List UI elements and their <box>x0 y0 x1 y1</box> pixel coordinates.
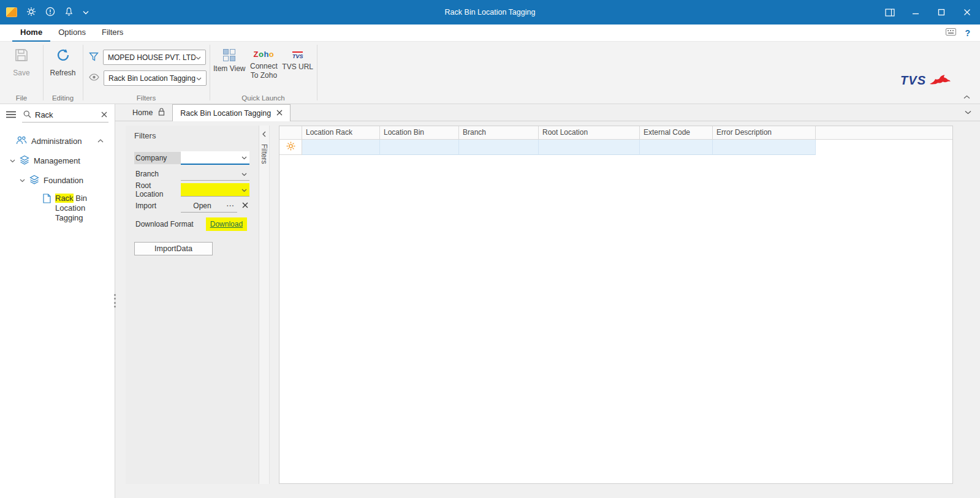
content-area: Home Rack Bin Location Tagging <box>115 104 980 498</box>
refresh-label: Refresh <box>50 69 75 77</box>
collapse-chevron-up-icon[interactable] <box>97 136 104 145</box>
column-header-branch[interactable]: Branch <box>459 126 539 139</box>
new-row-cell[interactable] <box>380 140 459 155</box>
tab-home[interactable]: Home <box>12 25 50 42</box>
download-format-row: Download Format Download <box>134 215 250 233</box>
company-filter-field-row: Company <box>134 150 250 166</box>
import-data-button[interactable]: ImportData <box>134 242 213 255</box>
refresh-button[interactable]: Refresh <box>43 48 83 77</box>
workspace: Filters Company Branch <box>115 121 980 498</box>
root-location-field-dropdown[interactable] <box>181 183 249 197</box>
expand-chevron-down-icon[interactable] <box>10 156 15 165</box>
new-row-cell[interactable] <box>713 140 816 155</box>
new-row-cell[interactable] <box>640 140 713 155</box>
tree-item-foundation[interactable]: Foundation <box>0 174 115 186</box>
import-open-button[interactable]: Open ⋯ <box>181 199 237 213</box>
item-view-grid-icon <box>223 49 235 61</box>
grid-header-row: Location Rack Location Bin Branch Root L… <box>279 126 952 140</box>
chevron-down-icon <box>196 53 201 62</box>
view-filter-dropdown[interactable]: Rack Bin Location Tagging <box>104 70 207 86</box>
tree-label-foundation: Foundation <box>44 176 83 185</box>
navigation-sidebar: Administration Management <box>0 104 115 498</box>
group-label-editing: Editing <box>43 94 83 102</box>
window-controls <box>877 0 980 25</box>
document-icon <box>43 194 51 205</box>
save-button[interactable]: Save <box>0 48 43 77</box>
notifications-bell-icon[interactable] <box>64 7 74 18</box>
company-filter-dropdown[interactable]: MOPED HOUSE PVT. LTD. <box>103 50 206 65</box>
ribbon-group-editing: Refresh Editing <box>43 42 83 104</box>
expand-chevron-down-icon[interactable] <box>20 176 25 184</box>
import-field-row: Import Open ⋯ <box>134 198 250 214</box>
pinned-lock-icon <box>158 108 165 118</box>
tree-item-administration[interactable]: Administration <box>0 135 115 147</box>
column-header-location-rack[interactable]: Location Rack <box>302 126 380 139</box>
tab-close-icon[interactable] <box>276 110 283 117</box>
tvs-url-button[interactable]: TVS TVS URL <box>282 48 313 80</box>
item-view-button[interactable]: Item View <box>213 48 245 80</box>
minimize-button[interactable] <box>903 0 929 25</box>
search-clear-icon[interactable] <box>101 111 107 119</box>
column-header-error-description[interactable]: Error Description <box>713 126 816 139</box>
help-icon[interactable]: ? <box>965 28 970 38</box>
doc-tab-active-label: Rack Bin Location Tagging <box>180 109 271 118</box>
ribbon-group-quick-launch: Item View Zoho Connect To Zoho TVS TVS U… <box>210 42 317 104</box>
tvs-logo-text: TVS <box>900 74 926 88</box>
company-field-dropdown[interactable] <box>181 151 249 165</box>
eye-icon <box>89 74 99 83</box>
grid-header-filler <box>816 126 952 139</box>
navigation-tree: Administration Management <box>0 126 115 223</box>
sidebar-splitter-grip[interactable] <box>113 294 116 307</box>
new-row-cell[interactable] <box>539 140 640 155</box>
doc-tab-home[interactable]: Home <box>125 104 172 121</box>
filters-strip-label[interactable]: Filters <box>260 144 268 164</box>
tab-options[interactable]: Options <box>50 25 94 42</box>
search-icon <box>23 110 31 120</box>
root-location-filter-field-row: Root Location <box>134 182 250 198</box>
settings-gear-icon[interactable] <box>26 7 36 18</box>
collapse-panel-chevron-left-icon[interactable] <box>262 130 266 139</box>
download-link[interactable]: Download <box>210 220 243 228</box>
new-row-cell[interactable] <box>302 140 380 155</box>
filter-funnel-icon <box>89 52 99 63</box>
doc-tab-rack-bin-location-tagging[interactable]: Rack Bin Location Tagging <box>172 104 291 121</box>
save-floppy-icon <box>14 48 29 64</box>
download-link-highlight: Download <box>206 217 247 231</box>
touch-keyboard-icon[interactable] <box>946 28 956 37</box>
dock-layout-icon[interactable] <box>877 0 903 25</box>
ribbon-collapse-chevron-icon[interactable] <box>963 92 970 101</box>
maximize-button[interactable] <box>929 0 954 25</box>
tab-filters[interactable]: Filters <box>94 25 131 42</box>
menubar-right-icons: ? <box>946 28 980 38</box>
import-open-label: Open <box>181 202 224 210</box>
app-icon[interactable] <box>6 7 17 17</box>
hamburger-menu-icon[interactable] <box>6 111 16 120</box>
connect-to-zoho-label: Connect To Zoho <box>248 62 279 80</box>
column-header-root-location[interactable]: Root Location <box>539 126 640 139</box>
browse-ellipsis-icon[interactable]: ⋯ <box>224 201 237 210</box>
search-input[interactable] <box>35 110 97 119</box>
tvs-brand-logo: TVS <box>900 74 952 88</box>
import-field-editor: Open ⋯ <box>181 199 249 213</box>
branch-field-dropdown[interactable] <box>181 167 249 181</box>
tree-label-administration: Administration <box>31 137 82 146</box>
view-filter-row: Rack Bin Location Tagging <box>89 70 207 86</box>
layers-icon <box>29 175 39 186</box>
tree-item-rack-bin-location-tagging[interactable]: Rack Bin Location Tagging <box>0 194 115 223</box>
titlebar-chevron-down-icon[interactable] <box>83 8 89 17</box>
new-row-sun-icon <box>286 141 295 153</box>
column-header-external-code[interactable]: External Code <box>640 126 713 139</box>
close-button[interactable] <box>954 0 980 25</box>
new-row-cell[interactable] <box>459 140 539 155</box>
ribbon: Save File Refresh Editing MOPED HOUSE PV… <box>0 42 980 104</box>
ribbon-separator <box>317 45 317 100</box>
branch-field-label: Branch <box>134 168 181 180</box>
tree-item-management[interactable]: Management <box>0 154 115 167</box>
connect-to-zoho-button[interactable]: Zoho Connect To Zoho <box>248 48 279 80</box>
tabstrip-dropdown-chevron-icon[interactable] <box>965 104 980 121</box>
tvs-mini-logo-icon: TVS <box>292 51 303 59</box>
column-header-location-bin[interactable]: Location Bin <box>380 126 459 139</box>
download-format-label: Download Format <box>134 218 195 230</box>
info-icon[interactable] <box>45 7 55 18</box>
import-clear-x-icon[interactable] <box>237 202 249 210</box>
